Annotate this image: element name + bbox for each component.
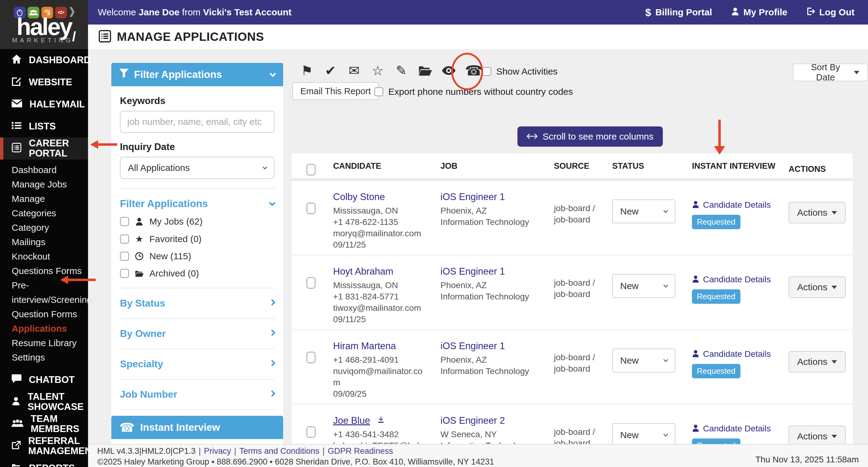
sidebar-item-chatbot[interactable]: CHATBOT — [0, 369, 88, 391]
phone-icon[interactable]: ☎ — [465, 61, 479, 80]
keywords-input[interactable] — [120, 111, 275, 133]
footer-version: HML v4.3.3|HML2.0|CP1.3 — [97, 446, 196, 456]
status-select[interactable]: New — [612, 199, 675, 223]
submenu-category-mailings[interactable]: Category Mailings — [12, 220, 88, 249]
candidate-details-link[interactable]: Candidate Details — [703, 424, 771, 434]
source-line: job-board — [554, 438, 600, 444]
actions-button[interactable]: Actions — [788, 351, 846, 373]
sidebar-item-talent-showcase[interactable]: TALENT SHOWCASE — [0, 391, 88, 413]
candidate-name-link[interactable]: Hiram Martena — [333, 341, 396, 351]
inquiry-date-select[interactable]: All Applications — [120, 157, 275, 179]
sidebar-item-career-portal[interactable]: CAREER PORTAL — [0, 138, 88, 159]
submenu-knockout-questions-forms[interactable]: Knockout Questions Forms — [12, 249, 88, 278]
submenu-applications[interactable]: Applications — [12, 321, 88, 336]
sidebar-item-lists[interactable]: LISTS — [0, 115, 88, 138]
candidate-details-link[interactable]: Candidate Details — [703, 200, 771, 210]
actions-button[interactable]: Actions — [788, 426, 846, 444]
row-checkbox[interactable] — [306, 203, 316, 214]
row-checkbox[interactable] — [306, 352, 316, 363]
download-resume-icon[interactable] — [377, 415, 385, 426]
sidebar-item-reports[interactable]: REPORTS — [0, 457, 88, 467]
source-line: job-board — [554, 363, 600, 374]
row-checkbox[interactable] — [306, 277, 316, 289]
email-this-report-button[interactable]: Email This Report — [292, 82, 379, 100]
sort-by-date-button[interactable]: Sort By Date — [793, 63, 868, 81]
job-category: Information Technology — [440, 216, 542, 228]
status-select[interactable]: New — [612, 423, 675, 444]
export-phone-checkbox[interactable] — [374, 87, 383, 96]
envelope-icon — [12, 99, 22, 110]
candidate-name-link[interactable]: Colby Stone — [333, 192, 385, 202]
log-out-link[interactable]: Log Out — [806, 6, 855, 19]
chevron-down-icon — [663, 357, 668, 362]
submenu-dashboard[interactable]: Dashboard — [12, 163, 88, 177]
my-profile-link[interactable]: My Profile — [731, 6, 787, 19]
filter-by-status[interactable]: By Status — [120, 298, 275, 309]
scroll-more-columns-button[interactable]: Scroll to see more columns — [518, 126, 663, 147]
candidate-details-link[interactable]: Candidate Details — [703, 274, 771, 285]
filter-applications-section[interactable]: Filter Applications — [120, 198, 275, 210]
dollar-icon: $ — [645, 6, 651, 19]
terms-link[interactable]: Terms and Conditions — [239, 446, 319, 456]
job-title-link[interactable]: iOS Engineer 1 — [440, 341, 505, 351]
sidebar-item-dashboard[interactable]: DASHBOARD — [0, 49, 88, 71]
person-icon — [692, 349, 699, 359]
select-all-checkbox[interactable] — [306, 164, 316, 176]
candidate-city: Mississauga, ON — [333, 280, 429, 291]
table-row: Joe Blue +1 436-541-3482 haleymktgTEST5@… — [292, 405, 852, 444]
submenu-manage-jobs[interactable]: Manage Jobs — [12, 177, 88, 192]
caret-down-icon — [832, 360, 837, 363]
caret-down-icon — [832, 435, 837, 438]
candidate-details-link[interactable]: Candidate Details — [703, 349, 771, 359]
manage-applications-icon — [98, 30, 111, 44]
candidate-phone: +1 478-622-1135 — [333, 216, 429, 228]
billing-portal-link[interactable]: $ Billing Portal — [645, 6, 712, 19]
filter-by-owner[interactable]: By Owner — [120, 328, 275, 339]
job-title-link[interactable]: iOS Engineer 2 — [440, 415, 505, 426]
mail-icon[interactable]: ✉ — [347, 61, 361, 80]
folder-icon[interactable] — [418, 65, 432, 76]
export-phone-row: Export phone numbers without country cod… — [374, 87, 573, 97]
row-checkbox[interactable] — [306, 426, 316, 438]
gdpr-link[interactable]: GDPR Readiness — [328, 446, 393, 456]
team-icon — [12, 419, 23, 429]
candidate-name-link[interactable]: Hoyt Abraham — [333, 266, 393, 277]
caret-down-icon — [832, 286, 837, 289]
actions-button[interactable]: Actions — [788, 276, 846, 298]
actions-button[interactable]: Actions — [788, 202, 846, 223]
eye-icon[interactable] — [441, 66, 456, 75]
chevron-right-icon — [269, 299, 275, 305]
job-title-link[interactable]: iOS Engineer 1 — [440, 192, 505, 202]
status-select[interactable]: New — [612, 274, 675, 298]
job-title-link[interactable]: iOS Engineer 1 — [440, 266, 505, 277]
sidebar-item-website[interactable]: WEBSITE — [0, 71, 88, 93]
logout-icon — [806, 7, 815, 18]
filter-job-number[interactable]: Job Number — [120, 389, 275, 400]
archived-checkbox[interactable] — [120, 269, 129, 278]
check-icon[interactable]: ✔ — [323, 61, 338, 80]
pencil-icon[interactable]: ✎ — [394, 61, 408, 80]
sidebar-item-referral-management[interactable]: REFERRAL MANAGEMENT — [0, 435, 88, 457]
sidebar-item-team-members[interactable]: TEAM MEMBERS — [0, 413, 88, 435]
person-icon — [134, 217, 145, 226]
favorited-checkbox[interactable] — [120, 234, 129, 244]
show-activities-row: Show Activities — [482, 66, 558, 77]
new-checkbox[interactable] — [120, 252, 129, 261]
my-jobs-checkbox[interactable] — [120, 217, 129, 226]
status-select[interactable]: New — [612, 349, 675, 373]
job-location: Phoenix, AZ — [440, 354, 542, 366]
privacy-link[interactable]: Privacy — [204, 446, 231, 456]
filter-specialty[interactable]: Specialty — [120, 358, 275, 370]
submenu-resume-library[interactable]: Resume Library — [12, 336, 88, 350]
candidate-name-link[interactable]: Joe Blue — [333, 415, 370, 426]
filter-panel-header[interactable]: Filter Applications — [111, 63, 283, 86]
star-outline-icon[interactable]: ☆ — [371, 61, 385, 80]
submenu-preinterview-screening-question-forms[interactable]: Pre-interview/Screening Question Forms — [12, 278, 88, 321]
submenu-settings[interactable]: Settings — [12, 350, 88, 364]
instant-interview-header[interactable]: ☎ Instant Interview — [111, 416, 283, 439]
sidebar-item-haleymail[interactable]: HALEYMAIL — [0, 93, 88, 115]
submenu-manage-categories[interactable]: Manage Categories — [12, 192, 88, 220]
haley-marketing-logo[interactable]: </> haley MARKETING/ — [0, 0, 88, 49]
flag-icon[interactable]: ⚑ — [300, 61, 314, 80]
show-activities-checkbox[interactable] — [482, 67, 491, 76]
